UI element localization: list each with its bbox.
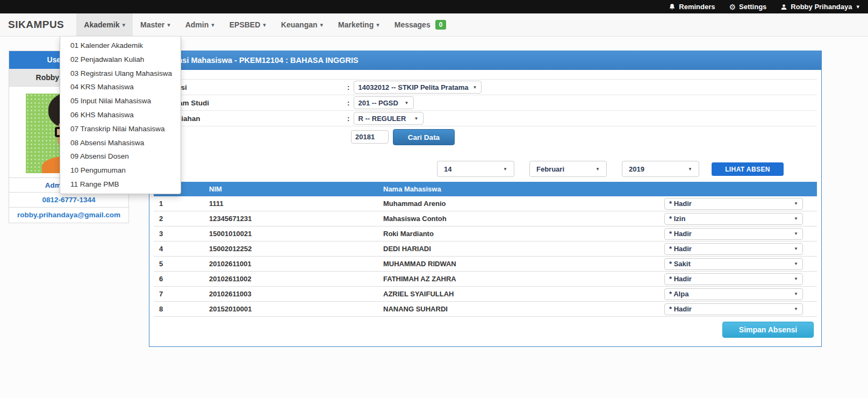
chevron-down-icon: ▼ [794, 231, 798, 236]
month-select[interactable]: Februari ▼ [529, 161, 607, 177]
cell-no: 8 [154, 305, 209, 313]
nav-menu-messages[interactable]: Messages 0 [387, 13, 454, 36]
top-utility-bar: Reminders ⚙ Settings Robby Prihandaya ▾ [0, 0, 868, 13]
cell-nim: 20102611001 [209, 260, 383, 268]
header-name: Nama Mahasiswa [383, 185, 664, 193]
settings-button[interactable]: ⚙ Settings [729, 3, 766, 11]
user-name-label: Robby Prihandaya [791, 3, 852, 11]
status-select-value: * Alpa [669, 290, 688, 298]
nav-menu-master[interactable]: Master ▾ [133, 13, 178, 36]
status-select[interactable]: * Hadir ▼ [664, 198, 803, 210]
caret-down-icon: ▾ [167, 22, 170, 29]
cell-nim: 15001010021 [209, 230, 383, 238]
perkuliahan-select-value: R -- REGULER [358, 115, 406, 123]
menu-item-kalender-akademik[interactable]: 01 Kalender Akademik [60, 39, 181, 53]
nav-menu-admin[interactable]: Admin ▾ [178, 13, 222, 36]
cell-name: Muhammad Arenio [383, 200, 664, 208]
person-icon [780, 3, 787, 11]
nav-menu-epsbed[interactable]: EPSBED ▾ [222, 13, 274, 36]
cell-name: Roki Mardianto [383, 230, 664, 238]
filter-row-perkuliahan: Perkuliahan : R -- REGULER ▼ [154, 111, 817, 126]
chevron-down-icon: ▼ [688, 167, 692, 172]
status-select[interactable]: * Sakit ▼ [664, 258, 803, 270]
institusi-select-value: 14032012 -- STKIP Pelita Pratama [358, 83, 469, 91]
menu-item-absensi-mahasiswa[interactable]: 08 Absensi Mahasiswa [60, 136, 181, 150]
chevron-down-icon: ▼ [503, 167, 507, 172]
chevron-down-icon: ▼ [794, 216, 798, 221]
period-input[interactable] [351, 130, 389, 144]
sidebar-phone: 0812-6777-1344 [9, 193, 128, 208]
chevron-down-icon: ▼ [596, 167, 600, 172]
day-select-value: 14 [444, 165, 451, 173]
chevron-down-icon: ▼ [794, 292, 798, 296]
chevron-down-icon: ▼ [794, 276, 798, 281]
cell-name: FATHIMAH AZ ZAHRA [383, 275, 664, 283]
caret-down-icon: ▾ [320, 22, 324, 29]
panel-title: Absensi Mahasiswa - PKEM12104 : BAHASA I… [149, 51, 821, 70]
menu-item-khs-mahasiswa[interactable]: 06 KHS Mahasiswa [60, 108, 181, 122]
status-select[interactable]: * Hadir ▼ [664, 303, 803, 315]
nav-items: Akademik ▾ Master ▾ Admin ▾ EPSBED ▾ Keu… [76, 13, 454, 36]
status-select[interactable]: * Hadir ▼ [664, 228, 803, 240]
nav-menu-marketing[interactable]: Marketing ▾ [331, 13, 387, 36]
cell-no: 1 [154, 200, 209, 208]
menu-item-krs-mahasiswa[interactable]: 04 KRS Mahasiswa [60, 80, 181, 94]
menu-item-input-nilai[interactable]: 05 Input Nilai Mahasiswa [60, 94, 181, 108]
colon-separator: : [347, 115, 350, 123]
program-studi-select[interactable]: 201 -- PGSD ▼ [354, 96, 414, 109]
nav-menu-keuangan[interactable]: Keuangan ▾ [274, 13, 331, 36]
status-select-value: * Hadir [669, 200, 692, 208]
table-row: 4 15002012252 DEDI HARIADI * Hadir ▼ [154, 241, 817, 257]
cell-nim: 20102611002 [209, 275, 383, 283]
cell-no: 6 [154, 275, 209, 283]
cell-nim: 20152010001 [209, 305, 383, 313]
caret-down-icon: ▾ [211, 22, 214, 29]
status-select-value: * Hadir [669, 230, 692, 238]
menu-item-absensi-dosen[interactable]: 09 Absensi Dosen [60, 150, 181, 164]
year-select[interactable]: 2019 ▼ [622, 161, 699, 177]
nav-menu-akademik[interactable]: Akademik ▾ [76, 13, 133, 36]
status-select[interactable]: * Izin ▼ [664, 213, 803, 225]
cari-data-button[interactable]: Cari Data [393, 129, 455, 145]
nav-menu-admin-label: Admin [185, 20, 209, 29]
institusi-select[interactable]: 14032012 -- STKIP Pelita Pratama ▼ [354, 81, 482, 94]
main-navbar: SIKAMPUS Akademik ▾ Master ▾ Admin ▾ EPS… [0, 13, 868, 37]
simpan-absensi-button[interactable]: Simpan Absensi [722, 322, 814, 338]
reminders-button[interactable]: Reminders [669, 3, 715, 11]
settings-label: Settings [739, 3, 766, 11]
user-menu-button[interactable]: Robby Prihandaya ▾ [780, 3, 859, 11]
month-select-value: Februari [536, 165, 564, 173]
chevron-down-icon: ▼ [414, 116, 419, 121]
cell-no: 7 [154, 290, 209, 298]
nav-menu-epsbed-label: EPSBED [229, 20, 261, 29]
table-row: 3 15001010021 Roki Mardianto * Hadir ▼ [154, 226, 817, 241]
status-select-value: * Hadir [669, 275, 692, 283]
year-select-value: 2019 [629, 165, 644, 173]
colon-separator: : [347, 99, 350, 107]
status-select[interactable]: * Alpa ▼ [664, 288, 803, 300]
akademik-dropdown-menu: 01 Kalender Akademik 02 Penjadwalan Kuli… [60, 37, 181, 194]
attendance-panel: Absensi Mahasiswa - PKEM12104 : BAHASA I… [149, 51, 822, 347]
status-select[interactable]: * Hadir ▼ [664, 273, 803, 285]
cell-no: 5 [154, 260, 209, 268]
lihat-absen-button[interactable]: LIHAT ABSEN [712, 162, 784, 176]
app-brand[interactable]: SIKAMPUS [0, 13, 72, 36]
day-select[interactable]: 14 ▼ [437, 161, 514, 177]
cell-nim: 12345671231 [209, 215, 383, 223]
nav-menu-marketing-label: Marketing [338, 20, 374, 29]
messages-count-badge: 0 [435, 20, 447, 30]
menu-item-range-pmb[interactable]: 11 Range PMB [60, 177, 181, 191]
menu-item-pengumuman[interactable]: 10 Pengumuman [60, 164, 181, 177]
status-select[interactable]: * Hadir ▼ [664, 243, 803, 255]
filter-section: Institusi : 14032012 -- STKIP Pelita Pra… [154, 79, 817, 126]
perkuliahan-select[interactable]: R -- REGULER ▼ [354, 112, 424, 125]
gear-icon: ⚙ [729, 3, 736, 11]
menu-item-penjadwalan-kuliah[interactable]: 02 Penjadwalan Kuliah [60, 53, 181, 67]
table-header-row: No NIM Nama Mahasiswa [154, 182, 817, 196]
menu-item-transkrip-nilai[interactable]: 07 Transkrip Nilai Mahasiswa [60, 122, 181, 136]
caret-down-icon: ▾ [122, 22, 125, 29]
table-row: 1 1111 Muhammad Arenio * Hadir ▼ [154, 196, 817, 211]
chevron-down-icon: ▼ [405, 101, 409, 105]
nav-menu-messages-label: Messages [394, 20, 431, 29]
menu-item-registrasi-ulang[interactable]: 03 Registrasi Ulang Mahasiswa [60, 67, 181, 81]
